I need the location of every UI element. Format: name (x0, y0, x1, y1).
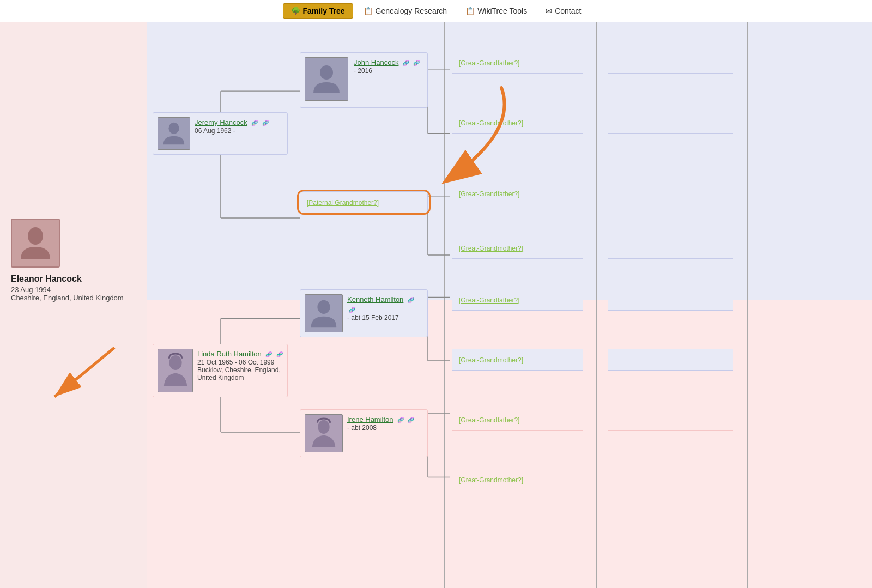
linda-content: Linda Ruth Hamilton 🧬 🧬 21 Oct 1965 - 06… (158, 349, 283, 392)
focal-birth-place: Cheshire, England, United Kingdom (11, 294, 124, 302)
irene-silhouette (308, 417, 340, 449)
kenneth-hamilton-card: Kenneth Hamilton 🧬 🧬 - abt 15 Feb 2017 (300, 289, 428, 337)
gg5-slot: [Great-Grandfather?] (452, 289, 583, 311)
gg4-link[interactable]: [Great-Grandmother?] (459, 245, 523, 252)
irene-content: Irene Hamilton 🧬 🧬 - abt 2008 (305, 414, 423, 452)
2g4-slot (608, 238, 733, 259)
focal-silhouette (16, 224, 55, 262)
jeremy-hancock-card: Jeremy Hancock 🧬 🧬 06 Aug 1962 - (153, 112, 288, 155)
gg4-slot: [Great-Grandmother?] (452, 238, 583, 259)
nav-family-tree[interactable]: 🌳 Family Tree (283, 3, 353, 19)
jeremy-gene1: 🧬 (251, 120, 258, 126)
wikitree-icon: 📋 (465, 7, 475, 15)
gg7-link[interactable]: [Great-Grandfather?] (459, 416, 519, 424)
2g7-slot (608, 409, 733, 431)
2g3-slot (608, 183, 733, 204)
gg1-link[interactable]: [Great-Grandfather?] (459, 59, 519, 67)
svg-point-0 (28, 227, 43, 245)
focal-info: Eleanor Hancock 23 Aug 1994 Cheshire, En… (11, 274, 124, 302)
john-hancock-gene2: 🧬 (413, 60, 420, 66)
jeremy-silhouette (161, 120, 187, 147)
irene-avatar (305, 414, 343, 452)
kenneth-avatar (305, 294, 343, 332)
svg-point-31 (169, 355, 181, 370)
john-hancock-dates: - 2016 (354, 67, 423, 75)
linda-avatar (158, 349, 193, 392)
kenneth-silhouette (308, 298, 340, 329)
2g5-slot (608, 289, 733, 311)
gg7-slot: [Great-Grandfather?] (452, 409, 583, 431)
svg-point-28 (168, 123, 179, 134)
2g8-slot (608, 469, 733, 490)
navigation-bar: 🌳 Family Tree 📋 Genealogy Research 📋 Wik… (0, 0, 872, 22)
jeremy-avatar (158, 117, 190, 150)
focal-person-panel: Eleanor Hancock 23 Aug 1994 Cheshire, En… (0, 22, 147, 588)
focal-avatar (11, 219, 60, 268)
arrow-to-eleanor (38, 342, 125, 408)
gg6-link[interactable]: [Great-Grandmother?] (459, 356, 523, 364)
linda-gene1: 🧬 (265, 351, 272, 357)
linda-gene2: 🧬 (276, 351, 283, 357)
jeremy-gene2: 🧬 (262, 120, 269, 126)
nav-genealogy-label: Genealogy Research (376, 7, 447, 15)
nav-wikitree-tools[interactable]: 📋 WikiTree Tools (457, 3, 535, 19)
gg1-slot: [Great-Grandfather?] (452, 52, 583, 74)
kenneth-gene2: 🧬 (349, 307, 355, 313)
svg-point-30 (318, 420, 329, 434)
nav-family-tree-label: Family Tree (303, 7, 345, 15)
nav-contact-label: Contact (555, 7, 581, 15)
john-hancock-info: John Hancock 🧬 🧬 - 2016 (354, 57, 423, 75)
john-hancock-name-link[interactable]: John Hancock 🧬 🧬 (354, 57, 423, 67)
tree-grid: John Hancock 🧬 🧬 - 2016 [Paternal Grandm… (147, 22, 872, 588)
gg6-slot: [Great-Grandmother?] (452, 349, 583, 371)
nav-contact[interactable]: ✉ Contact (537, 3, 589, 19)
family-tree-icon: 🌳 (291, 7, 300, 15)
divider-col3 (596, 22, 597, 588)
linda-hamilton-card: Linda Ruth Hamilton 🧬 🧬 21 Oct 1965 - 06… (153, 344, 288, 397)
focal-name: Eleanor Hancock (11, 274, 124, 284)
gg8-link[interactable]: [Great-Grandmother?] (459, 476, 523, 484)
linda-silhouette (160, 352, 191, 389)
contact-icon: ✉ (546, 7, 552, 15)
jeremy-content: Jeremy Hancock 🧬 🧬 06 Aug 1962 - (158, 117, 283, 150)
focal-birth-date: 23 Aug 1994 (11, 286, 124, 294)
2g1-slot (608, 52, 733, 74)
kenneth-gene1: 🧬 (408, 297, 414, 303)
irene-gene2: 🧬 (408, 417, 414, 423)
nav-genealogy-research[interactable]: 📋 Genealogy Research (355, 3, 456, 19)
nav-wikitree-label: WikiTree Tools (477, 7, 527, 15)
2g6-slot (608, 349, 733, 371)
gg5-link[interactable]: [Great-Grandfather?] (459, 296, 519, 304)
irene-hamilton-card: Irene Hamilton 🧬 🧬 - abt 2008 (300, 409, 428, 457)
gg8-slot: [Great-Grandmother?] (452, 469, 583, 490)
tree-area: John Hancock 🧬 🧬 - 2016 [Paternal Grandm… (147, 22, 872, 588)
arrow-pg-highlight (327, 77, 545, 213)
genealogy-icon: 📋 (364, 7, 373, 15)
svg-point-29 (317, 300, 330, 314)
irene-gene1: 🧬 (397, 417, 404, 423)
2g2-slot (608, 112, 733, 134)
divider-col4 (747, 22, 748, 588)
kenneth-content: Kenneth Hamilton 🧬 🧬 - abt 15 Feb 2017 (305, 294, 423, 332)
main-layout: Eleanor Hancock 23 Aug 1994 Cheshire, En… (0, 22, 872, 588)
john-hancock-gene1: 🧬 (403, 60, 409, 66)
